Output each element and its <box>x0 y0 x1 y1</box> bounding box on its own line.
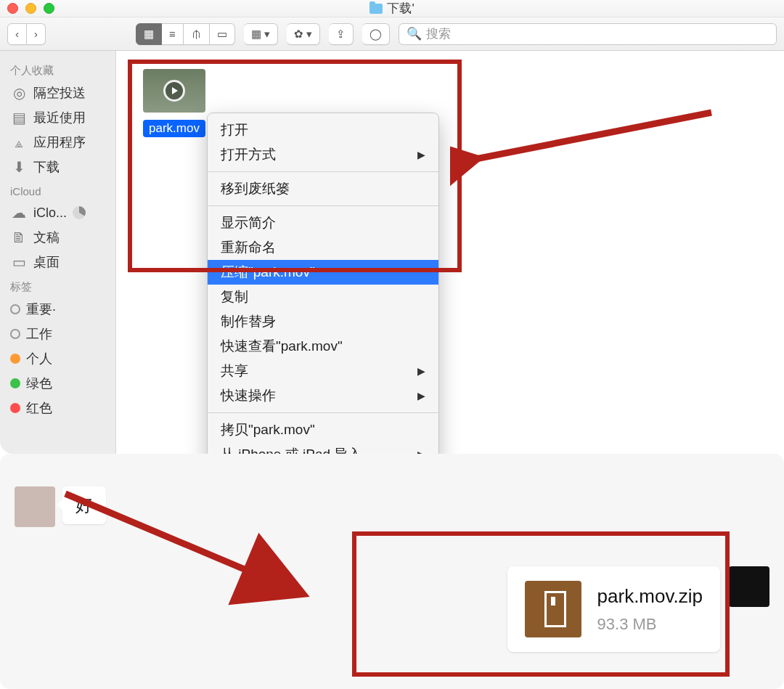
apps-icon: ⟁ <box>10 134 28 151</box>
context-menu-item[interactable]: 打开 <box>208 118 438 142</box>
context-menu-label: 快速操作 <box>221 386 276 405</box>
context-menu-label: 重新命名 <box>221 238 276 257</box>
minimize-icon[interactable] <box>25 3 36 14</box>
avatar[interactable] <box>15 486 55 527</box>
context-menu-label: 打开方式 <box>221 145 276 164</box>
sidebar-tag-work[interactable]: 工作 <box>4 322 111 346</box>
sidebar-item-label: 桌面 <box>33 253 60 271</box>
sidebar: 个人收藏 ◎ 隔空投送 ▤ 最近使用 ⟁ 应用程序 ⬇ 下载 iCloud ☁ … <box>0 51 116 454</box>
attachment-filesize: 93.3 MB <box>597 615 703 634</box>
file-label: park.mov <box>143 120 205 137</box>
tag-dot-icon <box>10 354 20 364</box>
submenu-arrow-icon: ▶ <box>417 149 425 160</box>
download-icon: ⬇ <box>10 158 28 176</box>
cloud-icon: ☁ <box>10 204 28 221</box>
back-button[interactable]: ‹ <box>7 23 27 45</box>
forward-button[interactable]: › <box>27 23 46 45</box>
context-menu-item[interactable]: 快速查看"park.mov" <box>208 334 438 359</box>
sidebar-item-recent[interactable]: ▤ 最近使用 <box>4 105 111 130</box>
sidebar-tag-important[interactable]: 重要· <box>4 297 111 322</box>
column-view-button[interactable]: ⫛ <box>184 23 210 45</box>
avatar[interactable] <box>729 566 769 607</box>
gallery-view-button[interactable]: ▭ <box>210 23 235 45</box>
sidebar-item-icloud[interactable]: ☁ iClo... <box>4 200 111 225</box>
context-menu-item[interactable]: 复制 <box>208 285 438 309</box>
nav-buttons: ‹ › <box>7 23 46 45</box>
sidebar-item-label: 应用程序 <box>33 134 86 151</box>
sidebar-item-label: iClo... <box>33 205 67 221</box>
context-menu-item[interactable]: 移到废纸篓 <box>208 176 438 201</box>
context-menu-item[interactable]: 打开方式▶ <box>208 142 438 167</box>
context-menu-item[interactable]: 重新命名 <box>208 235 438 260</box>
finder-window: 下载' ‹ › ▦ ≡ ⫛ ▭ ▦ ▾ ✿ ▾ ⇪ ◯ 🔍 搜索 <box>0 0 784 454</box>
chat-window: 好 park.mov.zip 93.3 MB <box>0 454 784 689</box>
context-menu-label: 制作替身 <box>221 312 276 331</box>
chat-message-outgoing: park.mov.zip 93.3 MB <box>507 566 769 652</box>
sidebar-item-airdrop[interactable]: ◎ 隔空投送 <box>4 81 111 105</box>
sidebar-tag-green[interactable]: 绿色 <box>4 371 111 396</box>
context-menu-item[interactable]: 从 iPhone 或 iPad 导入▶ <box>208 442 438 454</box>
sidebar-item-downloads[interactable]: ⬇ 下载 <box>4 155 111 179</box>
list-view-button[interactable]: ≡ <box>162 23 184 45</box>
submenu-arrow-icon: ▶ <box>417 390 425 401</box>
window-titlebar: 下载' <box>0 0 784 17</box>
context-menu-label: 共享 <box>221 362 248 380</box>
tag-dot-icon <box>10 304 20 314</box>
sidebar-item-label: 下载 <box>33 158 60 176</box>
view-buttons: ▦ ≡ ⫛ ▭ <box>136 23 235 45</box>
icon-view-button[interactable]: ▦ <box>136 23 162 45</box>
chat-message-incoming: 好 <box>15 486 106 527</box>
sidebar-item-label: 隔空投送 <box>33 84 86 102</box>
context-menu-label: 拷贝"park.mov" <box>221 420 315 439</box>
sidebar-header-favorites: 个人收藏 <box>4 58 111 81</box>
sidebar-tag-red[interactable]: 红色 <box>4 396 111 420</box>
window-title: 下载' <box>387 0 414 17</box>
sidebar-item-documents[interactable]: 🗎 文稿 <box>4 225 111 250</box>
context-menu-label: 压缩"park.mov" <box>221 263 315 282</box>
chat-text: 好 <box>75 495 93 515</box>
sidebar-item-label: 文稿 <box>33 229 60 246</box>
sync-progress-icon <box>73 206 86 219</box>
context-menu-item[interactable]: 显示简介 <box>208 211 438 235</box>
group-button[interactable]: ▦ ▾ <box>244 23 278 45</box>
play-icon <box>163 80 185 102</box>
context-menu-item[interactable]: 拷贝"park.mov" <box>208 417 438 442</box>
sidebar-item-apps[interactable]: ⟁ 应用程序 <box>4 130 111 155</box>
submenu-arrow-icon: ▶ <box>417 449 425 454</box>
share-button[interactable]: ⇪ <box>329 23 354 45</box>
sidebar-item-label: 最近使用 <box>33 109 86 126</box>
window-controls <box>7 3 54 14</box>
search-input[interactable]: 🔍 搜索 <box>399 23 777 45</box>
context-menu-item[interactable]: 快速操作▶ <box>208 383 438 408</box>
tag-dot-icon <box>10 403 20 413</box>
zoom-icon[interactable] <box>44 3 54 14</box>
context-menu-item[interactable]: 压缩"park.mov" <box>208 260 438 285</box>
tag-button[interactable]: ◯ <box>362 23 390 45</box>
chat-bubble[interactable]: 好 <box>62 486 106 524</box>
context-menu-label: 移到废纸篓 <box>221 179 290 198</box>
context-menu-label: 复制 <box>221 288 248 306</box>
search-icon: 🔍 <box>407 26 422 41</box>
sidebar-tag-personal[interactable]: 个人 <box>4 346 111 371</box>
toolbar: ‹ › ▦ ≡ ⫛ ▭ ▦ ▾ ✿ ▾ ⇪ ◯ 🔍 搜索 <box>0 17 784 51</box>
documents-icon: 🗎 <box>10 229 28 246</box>
search-placeholder: 搜索 <box>426 25 451 42</box>
context-menu-item[interactable]: 共享▶ <box>208 359 438 383</box>
tag-dot-icon <box>10 329 20 339</box>
zip-icon <box>525 581 581 637</box>
context-menu-label: 快速查看"park.mov" <box>221 337 343 356</box>
file-attachment-card[interactable]: park.mov.zip 93.3 MB <box>507 566 720 652</box>
context-menu: 打开打开方式▶移到废纸篓显示简介重新命名压缩"park.mov"复制制作替身快速… <box>207 113 439 454</box>
finder-content[interactable]: park.mov 打开打开方式▶移到废纸篓显示简介重新命名压缩"park.mov… <box>116 51 784 454</box>
close-icon[interactable] <box>7 3 18 14</box>
sidebar-header-tags: 标签 <box>4 274 111 297</box>
sidebar-item-label: 绿色 <box>26 375 52 392</box>
sidebar-item-desktop[interactable]: ▭ 桌面 <box>4 250 111 274</box>
context-menu-item[interactable]: 制作替身 <box>208 309 438 334</box>
context-menu-label: 打开 <box>221 121 248 139</box>
context-menu-label: 从 iPhone 或 iPad 导入 <box>221 445 362 454</box>
context-menu-label: 显示简介 <box>221 213 276 232</box>
attachment-filename: park.mov.zip <box>597 585 703 608</box>
file-item-park-mov[interactable]: park.mov <box>138 69 211 137</box>
action-button[interactable]: ✿ ▾ <box>287 23 320 45</box>
